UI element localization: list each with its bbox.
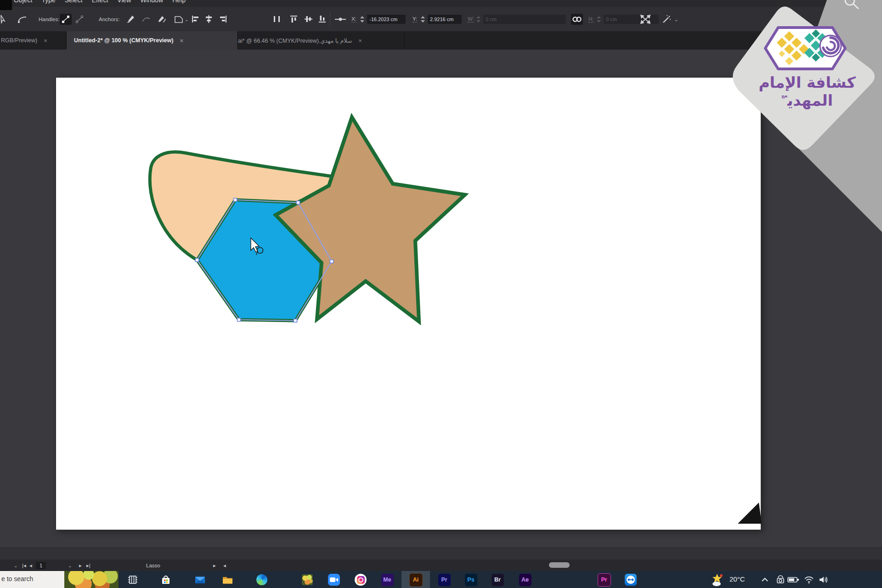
y-stepper[interactable] bbox=[420, 15, 425, 23]
direct-select-tool-icon[interactable] bbox=[0, 15, 6, 24]
distribute-button[interactable] bbox=[271, 14, 283, 25]
x-label[interactable]: X: bbox=[351, 16, 356, 23]
shape-icon bbox=[174, 15, 184, 24]
artboard-dropdown-chevron-icon[interactable]: ⌄ bbox=[68, 563, 72, 568]
tab-close-icon[interactable]: × bbox=[358, 37, 362, 44]
menu-effect[interactable]: Effect bbox=[92, 0, 108, 4]
menu-type[interactable]: Type bbox=[41, 0, 55, 4]
search-box[interactable]: e to search bbox=[0, 571, 119, 588]
volume-tray-button[interactable] bbox=[817, 573, 831, 587]
flowers-app-button[interactable] bbox=[300, 573, 314, 587]
x-value-field[interactable]: -16.2023 cm bbox=[367, 15, 406, 24]
status-collapse-icon[interactable]: ◂ bbox=[223, 562, 226, 569]
overlay-arrow bbox=[733, 500, 765, 527]
menu-select[interactable]: Select bbox=[65, 0, 83, 4]
reference-point-button[interactable] bbox=[334, 14, 346, 25]
horizontal-scrollbar[interactable] bbox=[0, 548, 882, 560]
canvas-area[interactable] bbox=[0, 50, 882, 548]
teamviewer-button[interactable] bbox=[624, 573, 638, 587]
h-label[interactable]: H: bbox=[588, 16, 594, 23]
convert-anchor-button[interactable] bbox=[156, 14, 168, 25]
more-options-chevron-icon[interactable]: ⌄ bbox=[674, 17, 678, 22]
align-horizontal-right-button[interactable] bbox=[217, 14, 229, 25]
curve-tool-icon[interactable] bbox=[17, 15, 28, 23]
w-value-field[interactable]: 0 cm bbox=[483, 15, 566, 24]
shape-options-button[interactable] bbox=[173, 14, 185, 25]
bridge-button[interactable]: Br bbox=[491, 573, 504, 587]
align-horizontal-left-button[interactable] bbox=[189, 14, 201, 25]
next-artboard-button[interactable]: ▸ bbox=[79, 562, 82, 569]
temperature-label[interactable]: 20°C bbox=[729, 575, 745, 583]
y-value-field[interactable]: 2.9216 cm bbox=[428, 15, 462, 24]
zoom-dropdown-chevron-icon[interactable]: ⌄ bbox=[14, 563, 17, 568]
separator bbox=[330, 12, 330, 26]
flower-photo-thumbnail[interactable] bbox=[64, 571, 119, 588]
edge-button[interactable] bbox=[255, 573, 269, 587]
teamviewer-icon bbox=[625, 574, 637, 586]
h-stepper[interactable] bbox=[596, 15, 601, 23]
status-expand-icon[interactable]: ▸ bbox=[213, 562, 216, 569]
align-horizontal-center-button[interactable] bbox=[203, 14, 215, 25]
align-vertical-center-button[interactable] bbox=[302, 14, 314, 25]
w-label[interactable]: W: bbox=[468, 16, 474, 23]
tab-untitled-2[interactable]: Untitled-2* @ 100 % (CMYK/Preview) × bbox=[67, 31, 237, 50]
free-transform-button[interactable] bbox=[639, 14, 651, 25]
align-vertical-top-button[interactable] bbox=[288, 14, 300, 25]
after-effects-button[interactable]: Ae bbox=[518, 573, 532, 587]
chain-link-icon bbox=[572, 16, 582, 23]
current-tool-label[interactable]: Lasso bbox=[146, 563, 160, 568]
add-anchor-button[interactable] bbox=[125, 14, 137, 25]
artboard[interactable] bbox=[56, 78, 761, 530]
tab-salam-ya-mahdi[interactable]: سلام يا مهدي.ai* @ 66.46 % (CMYK/Preview… bbox=[230, 31, 413, 50]
pen-add-icon bbox=[126, 15, 136, 24]
wifi-tray-button[interactable] bbox=[802, 573, 816, 587]
anchors-label: Anchors: bbox=[99, 17, 119, 22]
tab-close-icon[interactable]: × bbox=[44, 37, 47, 44]
camera-tray-button[interactable] bbox=[774, 573, 787, 587]
menu-view[interactable]: View bbox=[117, 0, 131, 4]
microsoft-store-button[interactable] bbox=[159, 573, 173, 587]
search-box-text: e to search bbox=[1, 575, 33, 582]
handles-label: Handles: bbox=[39, 17, 59, 22]
zoom-app-button[interactable] bbox=[327, 573, 341, 587]
hidden-icons-button[interactable] bbox=[758, 573, 772, 587]
show-handles-button[interactable] bbox=[60, 14, 72, 25]
align-vertical-bottom-button[interactable] bbox=[316, 14, 328, 25]
file-explorer-button[interactable] bbox=[220, 573, 234, 587]
y-label[interactable]: Y: bbox=[413, 16, 417, 23]
menu-help[interactable]: Help bbox=[172, 0, 186, 4]
hide-handles-button[interactable] bbox=[74, 14, 85, 25]
edge-icon bbox=[256, 574, 267, 585]
media-encoder-button[interactable]: Me bbox=[380, 573, 394, 587]
x-stepper[interactable] bbox=[360, 15, 365, 23]
flowers-icon bbox=[302, 574, 313, 585]
premiere-pro-button[interactable]: Pr bbox=[437, 573, 451, 587]
photoshop-icon: Ps bbox=[465, 574, 477, 586]
first-artboard-button[interactable]: |◂ bbox=[22, 562, 26, 569]
remove-anchor-button[interactable] bbox=[140, 14, 152, 25]
premiere-rush-button[interactable]: Pr bbox=[597, 573, 611, 587]
shape-options-chevron-icon[interactable]: ⌄ bbox=[185, 17, 188, 22]
prev-artboard-button[interactable]: ◂ bbox=[29, 562, 32, 569]
shape-builder-button[interactable] bbox=[661, 14, 673, 25]
volume-icon bbox=[819, 576, 829, 584]
menu-object[interactable]: Object bbox=[14, 0, 32, 4]
transform-arrows-icon bbox=[640, 14, 651, 24]
task-view-button[interactable] bbox=[126, 573, 140, 587]
instagram-button[interactable] bbox=[354, 573, 368, 587]
battery-tray-button[interactable] bbox=[786, 573, 800, 587]
menu-window[interactable]: Window bbox=[140, 0, 163, 4]
scrollbar-thumb[interactable] bbox=[549, 562, 570, 568]
task-view-icon bbox=[128, 575, 138, 585]
artboard-number-field[interactable]: 1 bbox=[36, 562, 46, 569]
weather-widget[interactable] bbox=[711, 573, 725, 587]
illustrator-button[interactable]: Ai bbox=[409, 573, 423, 587]
w-stepper[interactable] bbox=[476, 15, 481, 23]
constrain-proportions-button[interactable] bbox=[571, 14, 583, 25]
last-artboard-button[interactable]: ▸| bbox=[86, 562, 90, 569]
photoshop-button[interactable]: Ps bbox=[464, 573, 478, 587]
mail-button[interactable] bbox=[193, 573, 207, 587]
tab-untitled-1[interactable]: RGB/Preview) × bbox=[0, 31, 47, 50]
tab-label: RGB/Preview) bbox=[1, 37, 37, 44]
tab-close-icon[interactable]: × bbox=[180, 37, 183, 44]
